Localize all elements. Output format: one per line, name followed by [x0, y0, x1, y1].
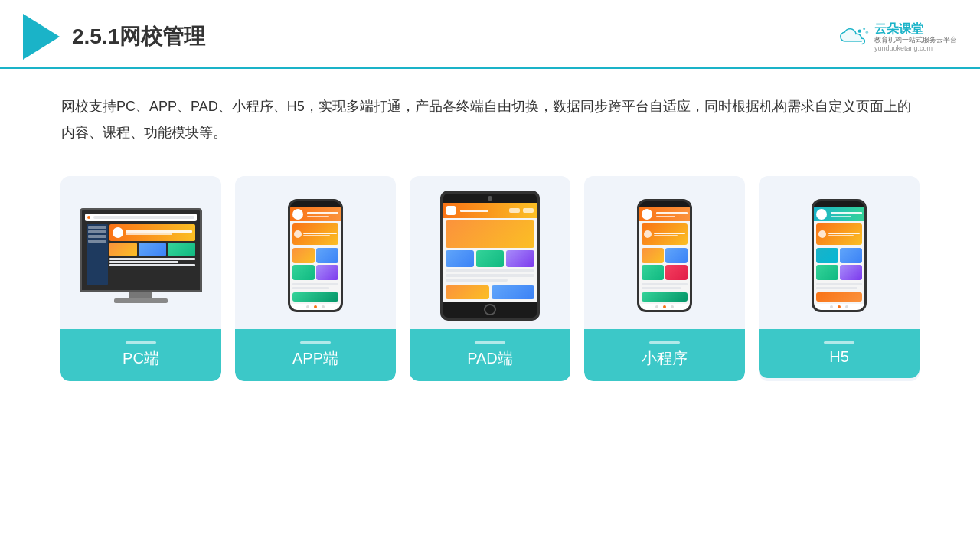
card-h5-label: H5	[759, 329, 920, 378]
card-app-label: APP端	[235, 329, 396, 381]
header-right: 云朵课堂 教育机构一站式服务云平台 yunduoketang.com	[836, 21, 957, 52]
header: 2.5.1网校管理 云朵课堂 教育机构一站式服务云平台 yunduoketang…	[0, 0, 980, 69]
cloud-icon	[836, 25, 870, 48]
phone-screen-app	[290, 207, 341, 310]
brand-name: 云朵课堂	[874, 21, 923, 36]
card-h5-image	[759, 176, 920, 329]
header-left: 2.5.1网校管理	[23, 14, 205, 60]
card-pad: PAD端	[410, 176, 570, 381]
svg-point-0	[858, 29, 861, 32]
brand-domain: yunduoketang.com	[874, 44, 933, 52]
card-pc: PC端	[60, 176, 221, 381]
tablet-device-mock	[440, 191, 540, 321]
tablet-camera	[488, 196, 492, 201]
phone-notch-app	[305, 203, 325, 207]
phone-device-mock-mini	[637, 199, 692, 312]
card-h5: H5	[759, 176, 920, 381]
description-text: 网校支持PC、APP、PAD、小程序、H5，实现多端打通，产品各终端自由切换，数…	[0, 69, 980, 161]
tablet-screen	[443, 203, 537, 302]
card-miniprogram-label: 小程序	[584, 329, 745, 381]
phone-notch-mini	[655, 203, 675, 207]
phone-body-mini	[637, 199, 692, 312]
card-pad-label: PAD端	[410, 329, 570, 381]
svg-point-2	[866, 31, 869, 34]
pc-stand	[129, 292, 152, 298]
pc-device-mock	[80, 208, 202, 303]
card-miniprogram-image	[584, 176, 745, 329]
phone-screen-h5	[814, 207, 864, 310]
tablet-home-btn	[484, 304, 496, 315]
card-miniprogram: 小程序	[584, 176, 745, 381]
logo-triangle-icon	[23, 14, 60, 60]
card-pc-label: PC端	[60, 329, 221, 381]
card-pc-image	[60, 176, 221, 329]
tablet-body	[440, 191, 540, 321]
pc-screen	[80, 208, 202, 292]
phone-device-mock-h5	[812, 199, 867, 312]
brand-text: 云朵课堂 教育机构一站式服务云平台 yunduoketang.com	[874, 21, 957, 52]
phone-body-app	[288, 199, 343, 312]
brand-slogan: 教育机构一站式服务云平台	[874, 36, 957, 44]
card-app-image	[235, 176, 396, 329]
card-pad-image	[410, 176, 570, 329]
phone-body-h5	[812, 199, 867, 312]
card-app: APP端	[235, 176, 396, 381]
page-title: 2.5.1网校管理	[72, 22, 205, 51]
brand-logo: 云朵课堂 教育机构一站式服务云平台 yunduoketang.com	[836, 21, 957, 52]
platform-cards: PC端	[0, 161, 980, 396]
phone-screen-mini	[639, 207, 690, 310]
phone-notch-h5	[829, 203, 849, 207]
svg-point-1	[863, 28, 865, 30]
phone-device-mock-app	[288, 199, 343, 312]
pc-base	[114, 298, 168, 303]
